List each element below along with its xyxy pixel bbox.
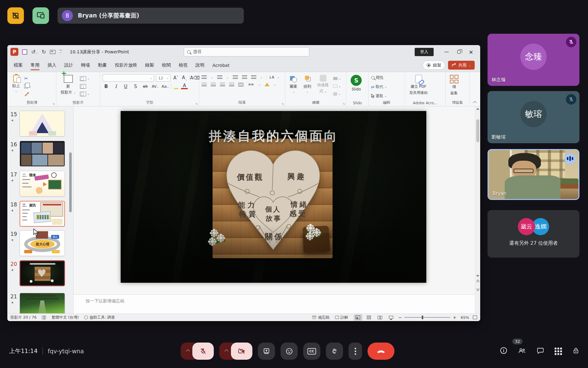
font-color-button[interactable]: A bbox=[181, 83, 188, 89]
canvas-scrollbar[interactable] bbox=[475, 106, 480, 313]
camera-off-button[interactable] bbox=[231, 343, 252, 360]
font-size-combo[interactable]: 12⌄ bbox=[156, 74, 171, 82]
new-slide-button[interactable]: 新 投影片 ⌄ bbox=[59, 74, 77, 100]
tab-design[interactable]: 設計 bbox=[60, 59, 77, 72]
undo-icon[interactable]: ↺⌄ bbox=[31, 49, 38, 55]
slide-sorter-button[interactable] bbox=[365, 314, 373, 321]
participant-tile-bryan-video[interactable]: Bryan bbox=[488, 149, 579, 200]
raise-hand-button[interactable] bbox=[326, 343, 343, 360]
shape-outline-button[interactable]: ⌄ bbox=[333, 82, 341, 90]
layout-disabled-tile[interactable] bbox=[7, 7, 24, 24]
redo-icon[interactable]: ↻ bbox=[42, 49, 46, 55]
text-shadow-button[interactable]: S bbox=[132, 84, 139, 89]
section-button[interactable]: ⌄ bbox=[80, 90, 90, 98]
reset-slide-button[interactable] bbox=[80, 82, 90, 90]
collapse-ribbon-button[interactable] bbox=[470, 72, 480, 106]
participants-button[interactable] bbox=[518, 347, 526, 355]
present-button[interactable] bbox=[258, 343, 275, 360]
reading-view-button[interactable] bbox=[376, 314, 384, 321]
slide-19-thumbnail[interactable]: 政大心理 個人 bbox=[20, 230, 65, 256]
shape-fill-button[interactable]: ⌄ bbox=[333, 75, 341, 82]
arrange-button[interactable]: 排列⌄ bbox=[302, 74, 313, 100]
signin-button[interactable]: 登入 bbox=[415, 48, 434, 56]
format-painter-button[interactable] bbox=[24, 90, 32, 98]
shrink-font-button[interactable]: A⌄ bbox=[181, 75, 188, 81]
bullets-icon[interactable] bbox=[202, 75, 207, 79]
slide-16-thumbnail[interactable] bbox=[20, 141, 65, 167]
tab-slideshow[interactable]: 投影片放映 bbox=[111, 59, 141, 72]
slideshow-icon[interactable] bbox=[50, 50, 55, 54]
current-slide[interactable]: 拼湊自我的六個面向 bbox=[121, 111, 426, 283]
italic-button[interactable]: I bbox=[112, 84, 119, 89]
fit-to-window-button[interactable] bbox=[473, 316, 477, 319]
tab-record[interactable]: 錄製 bbox=[141, 59, 158, 72]
paragraph-dialog-launcher[interactable]: ↘ bbox=[281, 102, 284, 105]
slide-layout-button[interactable]: ⌄ bbox=[80, 75, 90, 82]
tab-insert[interactable]: 插入 bbox=[43, 59, 60, 72]
shapes-button[interactable]: 圖案⌄ bbox=[288, 74, 299, 100]
tab-acrobat[interactable]: Acrobat bbox=[209, 59, 234, 72]
tab-animations[interactable]: 動畫 bbox=[94, 59, 111, 72]
participant-tile-1[interactable]: 念臻 林念臻 bbox=[488, 34, 579, 86]
cut-button[interactable]: ✂ bbox=[24, 75, 32, 82]
align-left-icon[interactable] bbox=[202, 83, 207, 86]
slide-20-thumbnail-selected[interactable]: ♥ bbox=[20, 260, 65, 286]
record-button[interactable]: 錄製 bbox=[423, 61, 445, 70]
panel-scrollbar-thumb[interactable] bbox=[69, 152, 72, 212]
host-controls-button[interactable] bbox=[572, 347, 579, 355]
presenting-tab[interactable]: B Bryan (分享螢幕畫面) bbox=[58, 8, 244, 24]
copy-button[interactable]: ⌄ bbox=[24, 82, 32, 90]
previous-slide-button[interactable] bbox=[475, 278, 480, 286]
minimize-button[interactable]: — bbox=[440, 47, 453, 56]
zoom-slider-thumb[interactable] bbox=[422, 316, 423, 319]
font-dialog-launcher[interactable]: ↘ bbox=[195, 102, 198, 105]
zoom-level[interactable]: 65% bbox=[461, 315, 469, 320]
share-button[interactable]: 共用 ⌄ bbox=[448, 61, 475, 70]
numbering-icon[interactable] bbox=[217, 75, 222, 79]
comments-button[interactable]: 註解 bbox=[335, 315, 348, 320]
scroll-down-button[interactable] bbox=[475, 274, 480, 278]
smartart-icon[interactable] bbox=[265, 83, 270, 86]
slido-button[interactable]: S Slido bbox=[349, 74, 364, 100]
text-direction-icon[interactable]: ↓A bbox=[266, 75, 273, 79]
quick-access-customize-icon[interactable]: ⌄ bbox=[59, 50, 62, 54]
quick-styles-button[interactable]: 快速樣 式 ⌄ bbox=[315, 74, 331, 100]
participant-tile-2[interactable]: 敏瑢 劉敏瑢 bbox=[488, 91, 579, 143]
clear-formatting-button[interactable]: A⌫ bbox=[190, 75, 196, 81]
align-center-icon[interactable] bbox=[211, 83, 216, 86]
mic-muted-button[interactable] bbox=[192, 343, 214, 360]
select-button[interactable]: 選取⌄ bbox=[371, 93, 402, 99]
zoom-out-button[interactable]: − bbox=[398, 315, 402, 320]
chat-button[interactable] bbox=[537, 347, 544, 355]
overflow-participants-tile[interactable]: 崴云 逸嫻 還有另外 27 位使用者 bbox=[488, 210, 579, 258]
reactions-button[interactable] bbox=[281, 343, 298, 360]
align-text-icon[interactable]: ≡≡ bbox=[247, 82, 254, 86]
spellcheck-button[interactable] bbox=[42, 316, 46, 319]
slide-21-thumbnail[interactable] bbox=[20, 293, 65, 313]
replace-button[interactable]: ⇄取代⌄ bbox=[371, 83, 402, 90]
save-icon[interactable] bbox=[22, 49, 27, 55]
change-case-button[interactable]: Aa⌄ bbox=[161, 84, 168, 89]
normal-view-button[interactable] bbox=[354, 314, 362, 321]
zoom-slider[interactable] bbox=[404, 317, 450, 318]
columns-icon[interactable] bbox=[238, 83, 243, 86]
tab-review[interactable]: 校閱 bbox=[158, 59, 175, 72]
search-box[interactable]: 搜尋 bbox=[184, 47, 309, 56]
underline-button[interactable]: U bbox=[122, 84, 129, 89]
bold-button[interactable]: B bbox=[103, 84, 109, 89]
character-spacing-button[interactable]: AV⌄ bbox=[152, 84, 158, 89]
shape-effects-button[interactable]: ⌄ bbox=[333, 90, 341, 98]
clipboard-dialog-launcher[interactable]: ↘ bbox=[52, 102, 55, 105]
info-button[interactable] bbox=[500, 347, 507, 356]
tab-view[interactable]: 檢視 bbox=[175, 59, 192, 72]
tab-file[interactable]: 檔案 bbox=[10, 59, 27, 72]
tab-transitions[interactable]: 轉場 bbox=[77, 59, 94, 72]
highlight-button[interactable] bbox=[171, 84, 178, 89]
grow-font-button[interactable]: A^ bbox=[172, 75, 179, 81]
slide-15-thumbnail[interactable] bbox=[20, 111, 65, 136]
notes-toggle-button[interactable]: 備忘稿 bbox=[312, 315, 330, 320]
align-right-icon[interactable] bbox=[220, 83, 225, 86]
paste-button[interactable]: 貼上⌄ bbox=[10, 74, 22, 100]
more-options-button[interactable] bbox=[349, 343, 362, 360]
create-pdf-button[interactable]: 建立 PDF 並共用連結 bbox=[408, 74, 430, 100]
